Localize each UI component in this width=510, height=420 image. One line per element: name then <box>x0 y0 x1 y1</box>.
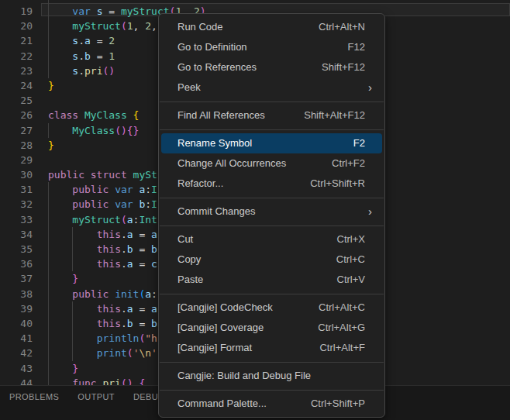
code-token: ( <box>127 347 133 359</box>
menu-item-shortcut: Ctrl+Shift+P <box>311 394 382 414</box>
menu-item-refactor[interactable]: Refactor...Ctrl+Shift+R <box>161 174 382 194</box>
code-token: b <box>84 50 91 62</box>
code-token: this <box>97 229 121 240</box>
code-token: var <box>115 198 133 210</box>
code-token: = <box>133 303 151 315</box>
line-number[interactable]: 43 <box>0 361 33 376</box>
code-text: } <box>48 78 54 93</box>
menu-item-shortcut: Ctrl+Alt+F <box>319 338 382 358</box>
menu-item-shortcut: Ctrl+X <box>337 229 382 250</box>
line-number[interactable]: 27 <box>0 123 33 138</box>
code-token <box>127 109 133 121</box>
code-token: { <box>133 109 140 121</box>
line-number[interactable]: 35 <box>0 242 33 256</box>
code-token: = <box>102 5 120 17</box>
menu-item-label: Cut <box>161 229 193 250</box>
line-number[interactable]: 31 <box>0 182 33 197</box>
line-number[interactable]: 38 <box>0 287 33 301</box>
line-number[interactable]: 28 <box>0 138 33 153</box>
code-token: s <box>72 65 78 77</box>
code-token: . <box>121 258 127 270</box>
line-number[interactable]: 33 <box>0 212 33 227</box>
menu-item-go-to-definition[interactable]: Go to DefinitionF12 <box>161 37 382 57</box>
menu-item-shortcut: Ctrl+C <box>336 250 382 270</box>
line-number[interactable]: 30 <box>0 167 33 182</box>
line-number[interactable]: 32 <box>0 197 33 212</box>
code-token: struct <box>91 169 127 181</box>
code-token: } <box>72 363 78 374</box>
code-token: public <box>72 198 109 210</box>
menu-item-shortcut: Ctrl+Alt+C <box>319 298 382 318</box>
line-number[interactable]: 41 <box>0 331 33 346</box>
code-token: var <box>115 184 133 195</box>
menu-item-commit-changes[interactable]: Commit Changes› <box>161 201 382 222</box>
code-text: this.b = b <box>48 242 157 256</box>
menu-item-copy[interactable]: CopyCtrl+C <box>161 250 382 270</box>
code-text: } <box>48 138 54 153</box>
menu-item-cangjie-codecheck[interactable]: [Cangjie] CodeCheckCtrl+Alt+C <box>161 298 382 318</box>
menu-item-label: Run Code <box>161 17 223 37</box>
code-text: this.a = a <box>48 227 157 242</box>
line-number[interactable]: 24 <box>0 78 33 93</box>
line-number[interactable]: 37 <box>0 271 33 286</box>
menu-item-find-all-references[interactable]: Find All ReferencesShift+Alt+F12 <box>161 105 382 126</box>
line-number[interactable]: 40 <box>0 316 33 331</box>
menu-item-shortcut: F12 <box>348 37 382 57</box>
code-token: : <box>145 198 151 210</box>
line-number[interactable]: 39 <box>0 301 33 316</box>
code-token: println <box>97 332 140 344</box>
code-token: Int <box>139 214 157 225</box>
line-number[interactable]: 36 <box>0 256 33 271</box>
code-token <box>78 109 84 121</box>
line-number[interactable]: 22 <box>0 49 33 64</box>
line-number[interactable]: 34 <box>0 227 33 242</box>
code-token: { <box>139 377 145 385</box>
code-token: } <box>48 80 54 91</box>
code-text: this.b = b <box>48 316 157 331</box>
menu-item-shortcut: Shift+F12 <box>322 57 382 77</box>
code-token: = <box>133 258 151 270</box>
line-number[interactable]: 23 <box>0 64 33 78</box>
code-token: c <box>151 258 157 270</box>
code-token: MyClass <box>84 109 127 121</box>
menu-item-run-code[interactable]: Run CodeCtrl+Alt+N <box>161 17 382 37</box>
line-number[interactable]: 26 <box>0 108 33 122</box>
menu-item-cangjie-format[interactable]: [Cangjie] FormatCtrl+Alt+F <box>161 338 382 358</box>
line-number[interactable]: 42 <box>0 346 33 360</box>
code-token: = <box>133 243 151 255</box>
menu-item-rename-symbol[interactable]: Rename SymbolF2 <box>161 133 382 153</box>
menu-separator <box>160 102 384 102</box>
menu-item-label: Go to Definition <box>161 37 247 57</box>
menu-item-peek[interactable]: Peek› <box>161 77 382 98</box>
menu-item-change-all-occurrences[interactable]: Change All OccurrencesCtrl+F2 <box>161 153 382 174</box>
menu-item-command-palette[interactable]: Command Palette...Ctrl+Shift+P <box>161 394 382 414</box>
panel-tab-problems[interactable]: PROBLEMS <box>9 392 59 401</box>
code-token: b <box>151 243 157 255</box>
menu-item-go-to-references[interactable]: Go to ReferencesShift+F12 <box>161 57 382 77</box>
menu-item-paste[interactable]: PasteCtrl+V <box>161 270 382 290</box>
code-token: a <box>127 303 133 315</box>
line-number[interactable]: 44 <box>0 376 33 385</box>
menu-item-cangjie-coverage[interactable]: [Cangjie] CoverageCtrl+Alt+G <box>161 318 382 338</box>
line-number[interactable]: 19 <box>0 4 33 19</box>
line-number[interactable]: 25 <box>0 93 33 108</box>
code-token: a <box>127 229 133 240</box>
code-token: this <box>97 303 121 315</box>
menu-item-cut[interactable]: CutCtrl+X <box>161 229 382 250</box>
code-token: ) <box>127 377 133 385</box>
menu-item-shortcut: Ctrl+F2 <box>332 153 382 174</box>
line-number[interactable]: 20 <box>0 19 33 33</box>
menu-item-label: Rename Symbol <box>161 133 252 153</box>
code-token: . <box>78 50 84 62</box>
code-token: this <box>97 258 121 270</box>
line-number[interactable]: 21 <box>0 33 33 48</box>
code-token: : <box>145 184 151 195</box>
panel-tab-output[interactable]: OUTPUT <box>78 392 115 401</box>
line-number[interactable]: 29 <box>0 153 33 167</box>
menu-item-cangjie-build-and-debug-file[interactable]: Cangjie: Build and Debug File <box>161 366 382 386</box>
code-token: a <box>145 288 151 300</box>
code-token <box>91 5 97 17</box>
code-text: public struct mySt <box>48 167 157 182</box>
code-text: public init(a: <box>48 287 157 301</box>
code-token: ) <box>109 65 115 77</box>
